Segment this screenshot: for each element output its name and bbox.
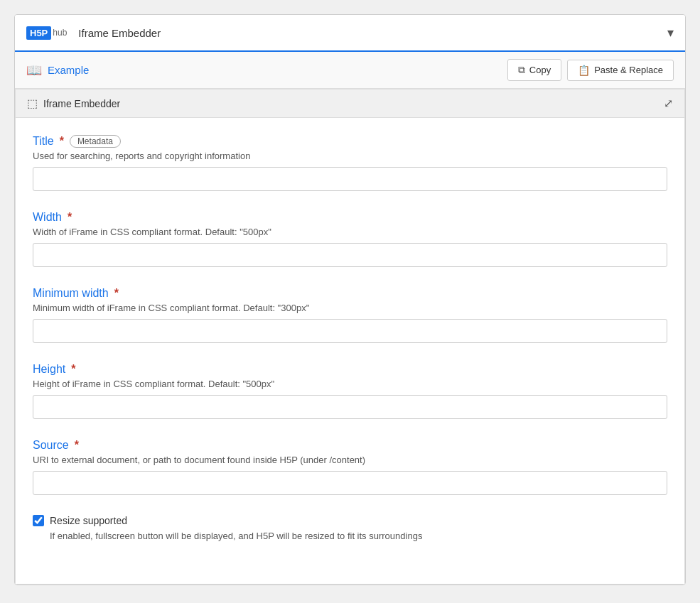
resize-checkbox-group: Resize supported If enabled, fullscreen … — [33, 515, 667, 541]
panel-header-left: ⬚ Iframe Embedder — [27, 97, 120, 110]
title-description: Used for searching, reports and copyrigh… — [33, 151, 667, 161]
app-container: H5Phub Iframe Embedder ▾ 📖 Example ⧉ Cop… — [14, 14, 686, 585]
source-required-star: * — [75, 439, 79, 452]
copy-button-label: Copy — [529, 65, 551, 75]
header-left: H5Phub Iframe Embedder — [26, 26, 161, 40]
width-required-star: * — [68, 211, 72, 224]
book-icon: 📖 — [26, 63, 42, 78]
height-input[interactable] — [33, 395, 667, 419]
paste-replace-button[interactable]: 📋 Paste & Replace — [567, 60, 674, 81]
toolbar-right: ⧉ Copy 📋 Paste & Replace — [507, 59, 674, 81]
source-description: URI to external document, or path to doc… — [33, 455, 667, 465]
toolbar: 📖 Example ⧉ Copy 📋 Paste & Replace — [15, 52, 685, 89]
title-field-group: Title * Metadata Used for searching, rep… — [33, 135, 667, 191]
panel-title: Iframe Embedder — [43, 98, 120, 109]
logo-h5p-text: H5P — [26, 26, 51, 40]
height-field-group: Height * Height of iFrame in CSS complia… — [33, 363, 667, 419]
min-width-label-row: Minimum width * — [33, 287, 667, 300]
width-label-row: Width * — [33, 211, 667, 224]
toolbar-left: 📖 Example — [26, 63, 89, 78]
expand-icon[interactable]: ⤢ — [664, 97, 673, 110]
width-description: Width of iFrame in CSS compliant format.… — [33, 227, 667, 237]
example-link[interactable]: Example — [48, 64, 89, 76]
form-content: Title * Metadata Used for searching, rep… — [16, 118, 684, 584]
title-field-label: Title — [33, 135, 54, 148]
content-panel: ⬚ Iframe Embedder ⤢ Title * Metadata Use… — [15, 89, 685, 585]
source-field-label: Source — [33, 439, 69, 452]
title-label-row: Title * Metadata — [33, 135, 667, 148]
min-width-description: Minimum width of iFrame in CSS compliant… — [33, 303, 667, 313]
header-bar: H5Phub Iframe Embedder ▾ — [15, 15, 685, 52]
source-field-group: Source * URI to external document, or pa… — [33, 439, 667, 495]
width-field-label: Width — [33, 211, 62, 224]
header-right: ▾ — [667, 25, 674, 40]
copy-icon: ⧉ — [518, 64, 525, 76]
metadata-badge[interactable]: Metadata — [70, 135, 121, 148]
height-label-row: Height * — [33, 363, 667, 376]
paste-icon: 📋 — [578, 65, 590, 76]
header-title: Iframe Embedder — [78, 27, 161, 39]
min-width-required-star: * — [114, 287, 119, 300]
resize-checkbox-label[interactable]: Resize supported — [50, 515, 127, 526]
min-width-input[interactable] — [33, 319, 667, 343]
logo-hub-text: hub — [53, 28, 67, 38]
title-input[interactable] — [33, 167, 667, 191]
copy-button[interactable]: ⧉ Copy — [507, 59, 561, 81]
min-width-field-group: Minimum width * Minimum width of iFrame … — [33, 287, 667, 343]
height-field-label: Height — [33, 363, 65, 376]
height-required-star: * — [71, 363, 75, 376]
resize-checkbox-row: Resize supported — [33, 515, 127, 526]
h5p-logo: H5Phub — [26, 26, 67, 40]
resize-description: If enabled, fullscreen button will be di… — [50, 531, 422, 541]
source-input[interactable] — [33, 471, 667, 495]
iframe-icon: ⬚ — [27, 97, 38, 110]
min-width-field-label: Minimum width — [33, 287, 109, 300]
width-input[interactable] — [33, 243, 667, 267]
source-label-row: Source * — [33, 439, 667, 452]
panel-header: ⬚ Iframe Embedder ⤢ — [16, 89, 684, 118]
width-field-group: Width * Width of iFrame in CSS compliant… — [33, 211, 667, 267]
chevron-down-icon[interactable]: ▾ — [667, 25, 674, 40]
paste-replace-label: Paste & Replace — [594, 65, 663, 75]
height-description: Height of iFrame in CSS compliant format… — [33, 379, 667, 389]
resize-checkbox[interactable] — [33, 515, 44, 526]
title-required-star: * — [60, 135, 64, 148]
